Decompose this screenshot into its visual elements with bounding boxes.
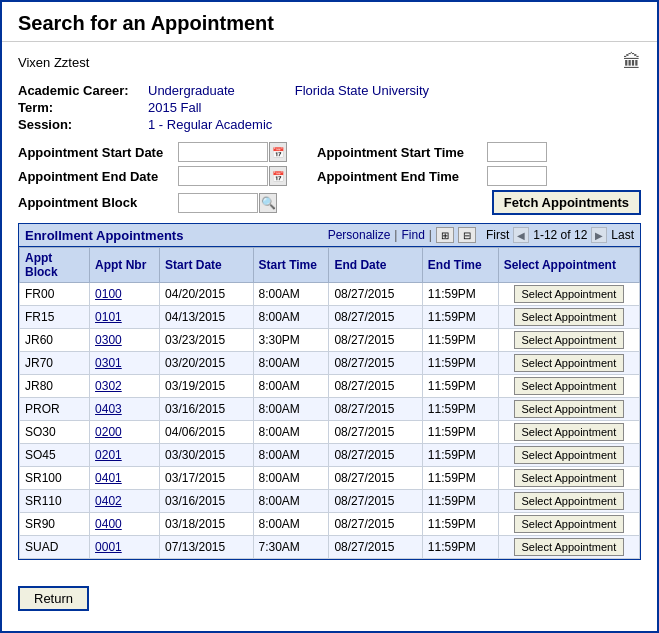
cell-select-appointment: Select Appointment <box>498 490 639 513</box>
cell-start-time: 8:00AM <box>253 490 329 513</box>
prev-page-button[interactable]: ◀ <box>513 227 529 243</box>
table-row: PROR 0403 03/16/2015 8:00AM 08/27/2015 1… <box>20 398 640 421</box>
select-appointment-button[interactable]: Select Appointment <box>514 400 624 418</box>
start-date-row: Appointment Start Date 📅 Appointment Sta… <box>18 142 641 162</box>
cell-start-time: 8:00AM <box>253 421 329 444</box>
select-appointment-button[interactable]: Select Appointment <box>514 354 624 372</box>
cell-appt-nbr[interactable]: 0100 <box>90 283 160 306</box>
appt-block-search-button[interactable]: 🔍 <box>259 193 277 213</box>
cell-end-date: 08/27/2015 <box>329 467 422 490</box>
table-body: FR00 0100 04/20/2015 8:00AM 08/27/2015 1… <box>20 283 640 559</box>
cell-appt-block: FR00 <box>20 283 90 306</box>
select-appointment-button[interactable]: Select Appointment <box>514 331 624 349</box>
cell-appt-nbr[interactable]: 0301 <box>90 352 160 375</box>
cell-appt-nbr[interactable]: 0101 <box>90 306 160 329</box>
select-appointment-button[interactable]: Select Appointment <box>514 377 624 395</box>
appt-end-date-label: Appointment End Date <box>18 169 178 184</box>
table-head: Appt Block Appt Nbr Start Date Start Tim… <box>20 248 640 283</box>
academic-career-row: Academic Career: Undergraduate Florida S… <box>18 83 641 98</box>
select-appointment-button[interactable]: Select Appointment <box>514 515 624 533</box>
start-date-calendar-button[interactable]: 📅 <box>269 142 287 162</box>
col-select-appointment: Select Appointment <box>498 248 639 283</box>
cell-end-time: 11:59PM <box>422 490 498 513</box>
end-date-calendar-button[interactable]: 📅 <box>269 166 287 186</box>
cell-appt-block: FR15 <box>20 306 90 329</box>
view-icon-button-2[interactable]: ⊟ <box>458 227 476 243</box>
last-label: Last <box>611 228 634 242</box>
select-appointment-button[interactable]: Select Appointment <box>514 285 624 303</box>
view-icon-button-1[interactable]: ⊞ <box>436 227 454 243</box>
table-row: JR80 0302 03/19/2015 8:00AM 08/27/2015 1… <box>20 375 640 398</box>
cell-end-date: 08/27/2015 <box>329 375 422 398</box>
cell-appt-nbr[interactable]: 0300 <box>90 329 160 352</box>
cell-end-time: 11:59PM <box>422 398 498 421</box>
toolbar-sep-1: | <box>394 228 397 242</box>
cell-end-time: 11:59PM <box>422 329 498 352</box>
cell-appt-nbr[interactable]: 0402 <box>90 490 160 513</box>
select-appointment-button[interactable]: Select Appointment <box>514 492 624 510</box>
cell-appt-nbr[interactable]: 0403 <box>90 398 160 421</box>
cell-start-date: 03/17/2015 <box>160 467 253 490</box>
appt-end-time-input[interactable] <box>487 166 547 186</box>
cell-appt-nbr[interactable]: 0200 <box>90 421 160 444</box>
cell-start-time: 8:00AM <box>253 352 329 375</box>
cell-start-time: 8:00AM <box>253 283 329 306</box>
table-row: JR70 0301 03/20/2015 8:00AM 08/27/2015 1… <box>20 352 640 375</box>
cell-start-time: 8:00AM <box>253 444 329 467</box>
select-appointment-button[interactable]: Select Appointment <box>514 538 624 556</box>
select-appointment-button[interactable]: Select Appointment <box>514 308 624 326</box>
appt-end-date-input[interactable] <box>178 166 268 186</box>
pagination-first: First <box>486 228 509 242</box>
user-name: Vixen Zztest <box>18 55 89 70</box>
cell-start-date: 04/06/2015 <box>160 421 253 444</box>
session-row: Session: 1 - Regular Academic <box>18 117 641 132</box>
cell-start-date: 03/16/2015 <box>160 490 253 513</box>
cell-appt-nbr[interactable]: 0001 <box>90 536 160 559</box>
cell-start-time: 8:00AM <box>253 375 329 398</box>
enrollment-table-container: Enrollment Appointments Personalize | Fi… <box>18 223 641 560</box>
cell-appt-nbr[interactable]: 0400 <box>90 513 160 536</box>
next-page-button[interactable]: ▶ <box>591 227 607 243</box>
term-row: Term: 2015 Fall <box>18 100 641 115</box>
academic-career-label: Academic Career: <box>18 83 148 98</box>
first-label: First <box>486 228 509 242</box>
col-end-time: End Time <box>422 248 498 283</box>
page-info: 1-12 of 12 <box>533 228 587 242</box>
appt-block-label: Appointment Block <box>18 195 178 210</box>
cell-appt-nbr[interactable]: 0302 <box>90 375 160 398</box>
appt-start-date-input[interactable] <box>178 142 268 162</box>
cell-start-time: 8:00AM <box>253 398 329 421</box>
cell-appt-block: PROR <box>20 398 90 421</box>
personalize-link[interactable]: Personalize <box>328 228 391 242</box>
select-appointment-button[interactable]: Select Appointment <box>514 423 624 441</box>
return-button[interactable]: Return <box>18 586 89 611</box>
cell-end-date: 08/27/2015 <box>329 329 422 352</box>
term-value: 2015 Fall <box>148 100 201 115</box>
appt-start-time-input[interactable] <box>487 142 547 162</box>
table-row: SR110 0402 03/16/2015 8:00AM 08/27/2015 … <box>20 490 640 513</box>
appt-start-date-label: Appointment Start Date <box>18 145 178 160</box>
cell-appt-nbr[interactable]: 0201 <box>90 444 160 467</box>
cell-start-time: 7:30AM <box>253 536 329 559</box>
cell-start-date: 03/19/2015 <box>160 375 253 398</box>
find-link[interactable]: Find <box>401 228 424 242</box>
col-appt-nbr: Appt Nbr <box>90 248 160 283</box>
cell-appt-block: SR90 <box>20 513 90 536</box>
appt-end-time-label: Appointment End Time <box>317 169 487 184</box>
cell-end-time: 11:59PM <box>422 536 498 559</box>
select-appointment-button[interactable]: Select Appointment <box>514 446 624 464</box>
cell-appt-nbr[interactable]: 0401 <box>90 467 160 490</box>
cell-select-appointment: Select Appointment <box>498 375 639 398</box>
cell-end-date: 08/27/2015 <box>329 490 422 513</box>
col-appt-block: Appt Block <box>20 248 90 283</box>
appt-block-row: Appointment Block 🔍 Fetch Appointments <box>18 190 641 215</box>
title-bar: Search for an Appointment <box>2 2 657 42</box>
cell-end-time: 11:59PM <box>422 513 498 536</box>
info-section: Academic Career: Undergraduate Florida S… <box>18 83 641 132</box>
cell-appt-block: SR110 <box>20 490 90 513</box>
bottom-bar: Return <box>2 580 657 621</box>
fetch-appointments-button[interactable]: Fetch Appointments <box>492 190 641 215</box>
select-appointment-button[interactable]: Select Appointment <box>514 469 624 487</box>
cell-end-date: 08/27/2015 <box>329 398 422 421</box>
appt-block-input[interactable] <box>178 193 258 213</box>
